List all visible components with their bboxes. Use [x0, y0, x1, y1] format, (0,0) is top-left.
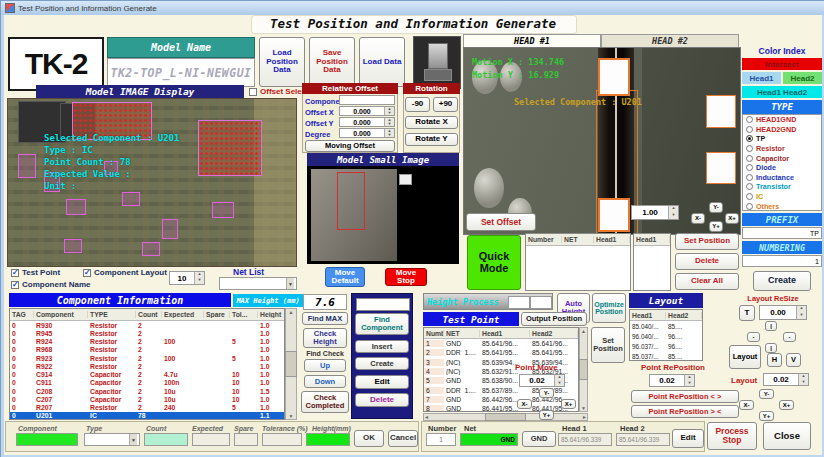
save-position-data-button[interactable]: Save Position Data	[309, 37, 355, 87]
scroll-left-icon[interactable]: ◄	[424, 414, 429, 420]
tab-head1[interactable]: HEAD #1	[463, 34, 601, 47]
point-move-y-plus-button[interactable]: Y+	[539, 410, 554, 420]
numbering-field[interactable]: 1	[742, 255, 822, 267]
find-check-down-button[interactable]: Down	[304, 375, 346, 388]
offset-y-spinner[interactable]: 0.000 ▲▼	[339, 117, 395, 127]
edit-tolerance-field[interactable]	[262, 433, 302, 446]
table-row[interactable]: 0R930Resistor21.0	[10, 321, 284, 329]
scroll-thumb[interactable]	[285, 351, 297, 377]
insert-button[interactable]: Insert	[355, 340, 409, 353]
resize-layout-button[interactable]: Layout	[729, 345, 761, 369]
table-row[interactable]: 1GND85.641/96...85.641/96...	[424, 339, 578, 348]
number-field[interactable]: 1	[426, 433, 456, 446]
probe-marker-top[interactable]	[598, 58, 630, 96]
component-field[interactable]	[339, 95, 395, 105]
tp-col-head1[interactable]: Head1	[480, 330, 530, 337]
table-row[interactable]: 0R923Resistor210051.0	[10, 354, 284, 362]
resize-h-button[interactable]: H	[767, 353, 782, 367]
spinner-arrows-icon[interactable]: ▲▼	[796, 306, 806, 319]
scroll-thumb[interactable]	[579, 359, 588, 379]
tp-set-position-button[interactable]: Set Position	[591, 327, 625, 363]
resize-bar-bottom-button[interactable]: |	[765, 343, 777, 353]
test-point-hscrollbar[interactable]: ◄►	[423, 413, 588, 421]
pcb-image[interactable]: Selected Component : U201 Type : IC Poin…	[7, 98, 297, 267]
layout-table[interactable]: Head1 Head2 85.040/...85....96.040/...96…	[629, 309, 703, 361]
layout-move-x-minus-button[interactable]: X-	[739, 400, 754, 410]
scroll-up-icon[interactable]: ▲	[581, 328, 586, 334]
quick-clear-all-button[interactable]: Clear All	[675, 273, 739, 290]
spinner-arrows-icon[interactable]: ▲▼	[384, 129, 394, 137]
type-radio-capacitor[interactable]: Capacitor	[743, 153, 821, 163]
model-name-value-box[interactable]: TK2-TOP_L-NI-NEWGUI	[107, 58, 255, 87]
resize-v-button[interactable]: V	[786, 353, 801, 367]
type-radio-head1gnd[interactable]: HEAD1GND	[743, 115, 821, 125]
prefix-field[interactable]: TP	[742, 227, 822, 239]
dropdown-arrow-icon[interactable]: ▼	[129, 434, 137, 445]
layout-col-head1[interactable]: Head1	[630, 312, 666, 319]
component-table-scrollbar[interactable]: ▲▼	[285, 308, 297, 420]
component-name-checkbox[interactable]: Component Name	[11, 280, 90, 289]
probe-marker-bottom[interactable]	[598, 198, 630, 232]
scroll-up-icon[interactable]: ▲	[289, 309, 294, 315]
edit-count-field[interactable]	[144, 433, 188, 446]
type-radio-inductance[interactable]: Inductance	[743, 173, 821, 183]
optimize-position-button[interactable]: Optimize Position	[592, 293, 626, 323]
spinner-arrows-icon[interactable]: ▲▼	[684, 375, 694, 386]
point-reposition-spinner[interactable]: 0.02 ▲▼	[649, 374, 695, 387]
ok-button[interactable]: OK	[354, 430, 384, 447]
create-point-button[interactable]: Create	[355, 357, 409, 370]
layout-move-y-plus-button[interactable]: Y+	[759, 411, 774, 421]
quick-mode-button[interactable]: Quick Mode	[467, 235, 521, 290]
ci-col-tag[interactable]: TAG	[10, 311, 34, 318]
ci-col-tolerance[interactable]: Tol...	[230, 311, 258, 318]
output-position-button[interactable]: Output Position	[521, 312, 587, 326]
check-completed-button[interactable]: Check Completed	[301, 391, 349, 413]
rotate-x-button[interactable]: Rotate X	[405, 116, 458, 129]
probe-marker-right-lower[interactable]	[706, 152, 736, 184]
ci-col-type[interactable]: TYPE	[88, 311, 136, 318]
rotate-y-button[interactable]: Rotate Y	[405, 133, 458, 146]
spinner-arrows-icon[interactable]: ▲▼	[668, 206, 678, 219]
camera-move-y-plus-button[interactable]: Y+	[709, 221, 723, 232]
table-row[interactable]: 85.040/...85....	[630, 321, 702, 331]
height-process-field[interactable]	[508, 296, 530, 309]
point-move-spinner[interactable]: 0.02 ▲▼	[519, 374, 565, 387]
net-field[interactable]: GND	[460, 433, 518, 446]
table-row[interactable]: 0R924Resistor210051.0	[10, 338, 284, 346]
degree-spinner[interactable]: 0.000 ▲▼	[339, 128, 395, 138]
table-row[interactable]: 8GND86.441/95...86.441/95...	[424, 404, 578, 412]
camera-move-y-minus-button[interactable]: Y-	[709, 202, 723, 213]
offset-x-spinner[interactable]: 0.000 ▲▼	[339, 106, 395, 116]
tp-col-head2[interactable]: Head2	[530, 330, 578, 337]
window-titlebar[interactable]: Test Position and Information Generate	[1, 1, 824, 15]
head2-field[interactable]: 85.641/96.339	[616, 433, 670, 446]
table-row[interactable]: 96.040/...96....	[630, 331, 702, 341]
point-reposition-fwd-button[interactable]: Point RePosition < >	[631, 390, 739, 403]
component-layout-checkbox[interactable]: Component Layout	[83, 268, 167, 277]
point-move-x-plus-button[interactable]: X+	[561, 399, 576, 409]
gnd-button[interactable]: GND	[522, 431, 556, 447]
move-default-button[interactable]: Move Default	[325, 267, 365, 287]
component-info-table[interactable]: TAG Component TYPE Count Expected Spare …	[9, 308, 285, 420]
point-reposition-rev-button[interactable]: Point RePosition > <	[631, 405, 739, 418]
spinner-arrows-icon[interactable]: ▲▼	[554, 375, 564, 386]
table-row[interactable]: 0R922Resistor21.0	[10, 362, 284, 370]
moving-offset-button[interactable]: Moving Offset	[305, 140, 395, 152]
move-stop-button[interactable]: Move Stop	[385, 268, 427, 286]
layout-move-spinner[interactable]: 0.02 ▲▼	[763, 373, 809, 386]
point-move-y-minus-button[interactable]: Y-	[539, 388, 554, 398]
rotate-minus90-button[interactable]: -90	[405, 97, 430, 112]
process-stop-button[interactable]: Process Stop	[707, 422, 757, 450]
quick-set-position-button[interactable]: Set Position	[675, 233, 739, 250]
load-position-data-button[interactable]: Load Position Data	[259, 37, 305, 87]
table-row[interactable]: 0C911Capacitor2100n101.0	[10, 379, 284, 387]
delete-point-button[interactable]: Delete	[355, 393, 409, 407]
rotate-plus90-button[interactable]: +90	[433, 97, 458, 112]
table-row[interactable]: 0C207Capacitor210u101.0	[10, 395, 284, 403]
quick-table-right[interactable]: Head1	[633, 233, 671, 291]
table-row[interactable]: 85.037/...85....	[630, 351, 702, 361]
type-radio-diode[interactable]: Diode	[743, 163, 821, 173]
spinner-arrows-icon[interactable]: ▲▼	[384, 107, 394, 115]
camera-move-x-plus-button[interactable]: X+	[725, 213, 739, 224]
spinner-arrows-icon[interactable]: ▲▼	[194, 272, 204, 284]
